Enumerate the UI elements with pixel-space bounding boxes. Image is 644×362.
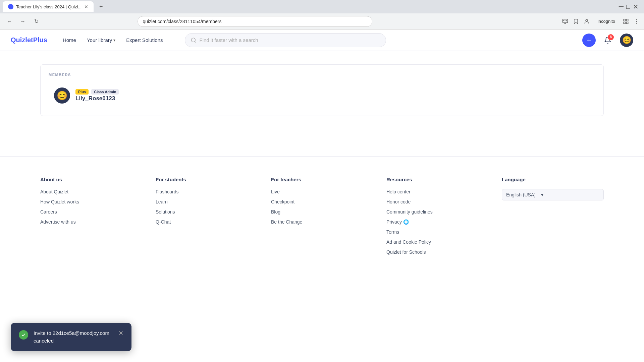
forward-button[interactable]: →: [17, 16, 28, 27]
footer-link-community-guidelines[interactable]: Community guidelines: [386, 209, 488, 215]
svg-point-6: [636, 19, 637, 20]
footer-link-learn[interactable]: Learn: [156, 199, 258, 204]
footer-for-students: For students Flashcards Learn Solutions …: [156, 177, 258, 259]
footer-link-ad-cookie-policy[interactable]: Ad and Cookie Policy: [386, 239, 488, 245]
footer-grid: About us About Quizlet How Quizlet works…: [40, 177, 604, 259]
footer-about-us-title: About us: [40, 177, 142, 182]
address-bar[interactable]: quizlet.com/class/28111054/members: [138, 16, 372, 27]
close-window-button[interactable]: ✕: [633, 3, 639, 11]
nav-links: Home Your library ▾ Expert Solutions: [58, 35, 168, 46]
search-icon: [191, 37, 197, 43]
footer-link-privacy[interactable]: Privacy 🌐: [386, 219, 488, 225]
maximize-button[interactable]: □: [626, 3, 630, 11]
member-badges: Plus Class Admin: [75, 89, 119, 95]
member-name: Lily_Rose0123: [75, 95, 119, 102]
footer-link-advertise[interactable]: Advertise with us: [40, 219, 142, 225]
bookmark-icon[interactable]: [573, 18, 579, 25]
avatar[interactable]: 😊: [620, 34, 633, 47]
footer-link-terms[interactable]: Terms: [386, 229, 488, 235]
avatar-icon: 😊: [57, 90, 67, 101]
profile-icon[interactable]: [583, 18, 590, 25]
svg-point-1: [586, 19, 588, 21]
admin-badge: Class Admin: [91, 89, 119, 95]
nav-home[interactable]: Home: [58, 35, 81, 46]
footer-link-blog[interactable]: Blog: [271, 209, 373, 215]
language-select[interactable]: English (USA) ▾: [502, 189, 604, 200]
footer-link-quizlet-for-schools[interactable]: Quizlet for Schools: [386, 249, 488, 255]
chevron-down-icon: ▾: [541, 192, 543, 197]
footer-link-careers[interactable]: Careers: [40, 209, 142, 215]
logo[interactable]: QuizletPlus: [11, 36, 47, 44]
app-header: QuizletPlus Home Your library ▾ Expert S…: [0, 29, 644, 51]
footer-link-flashcards[interactable]: Flashcards: [156, 189, 258, 194]
svg-rect-4: [624, 22, 625, 23]
privacy-icon: 🌐: [403, 219, 409, 225]
footer-link-help-center[interactable]: Help center: [386, 189, 488, 194]
notifications-button[interactable]: 8: [601, 34, 614, 47]
footer-for-students-title: For students: [156, 177, 258, 182]
incognito-label[interactable]: Incognito: [594, 17, 619, 25]
header-actions: + 8 😊: [582, 34, 633, 47]
minimize-button[interactable]: ─: [619, 3, 624, 11]
table-row: 😊 Plus Class Admin Lily_Rose0123: [49, 83, 595, 108]
svg-point-8: [636, 23, 637, 23]
member-info: Plus Class Admin Lily_Rose0123: [75, 89, 119, 102]
avatar-icon: 😊: [622, 37, 631, 44]
footer: About us About Quizlet How Quizlet works…: [0, 156, 644, 286]
footer-resources-title: Resources: [386, 177, 488, 182]
nav-expert-solutions[interactable]: Expert Solutions: [121, 35, 167, 46]
toast-notification: Invite to 22d1ce5a@moodjoy.com canceled …: [11, 323, 131, 351]
toast-message: Invite to 22d1ce5a@moodjoy.com canceled: [34, 329, 113, 345]
svg-rect-3: [626, 19, 628, 21]
extensions-icon[interactable]: [623, 18, 629, 25]
chevron-down-icon: ▾: [113, 38, 115, 43]
footer-link-be-the-change[interactable]: Be the Change: [271, 219, 373, 225]
toast-close-button[interactable]: ✕: [118, 329, 123, 337]
footer-language: Language English (USA) ▾: [502, 177, 604, 259]
new-tab-button[interactable]: +: [96, 2, 106, 11]
tab-favicon: [8, 4, 13, 9]
notification-badge: 8: [608, 34, 614, 40]
footer-link-checkpoint[interactable]: Checkpoint: [271, 199, 373, 204]
browser-tab[interactable]: Teacher Lily's class 2024 | Quizl... ✕: [3, 1, 94, 12]
footer-link-solutions[interactable]: Solutions: [156, 209, 258, 215]
svg-point-9: [192, 38, 196, 42]
add-button[interactable]: +: [582, 34, 596, 47]
menu-icon[interactable]: [633, 18, 640, 25]
footer-language-title: Language: [502, 177, 604, 182]
language-value: English (USA): [506, 192, 536, 197]
reload-button[interactable]: ↻: [31, 16, 42, 27]
members-section: MEMBERS 😊 Plus Class Admin Lily_Rose0123: [40, 64, 604, 116]
footer-about-us: About us About Quizlet How Quizlet works…: [40, 177, 142, 259]
close-tab-button[interactable]: ✕: [84, 4, 88, 9]
plus-badge: Plus: [75, 89, 89, 95]
footer-link-about-quizlet[interactable]: About Quizlet: [40, 189, 142, 194]
footer-link-how-quizlet-works[interactable]: How Quizlet works: [40, 199, 142, 204]
svg-rect-2: [624, 19, 625, 21]
footer-for-teachers: For teachers Live Checkpoint Blog Be the…: [271, 177, 373, 259]
footer-resources: Resources Help center Honor code Communi…: [386, 177, 488, 259]
search-placeholder: Find it faster with a search: [199, 37, 258, 43]
footer-link-live[interactable]: Live: [271, 189, 373, 194]
cast-icon[interactable]: [562, 18, 569, 25]
back-button[interactable]: ←: [4, 16, 15, 27]
nav-your-library[interactable]: Your library ▾: [82, 35, 120, 46]
toast-check-icon: [19, 330, 28, 340]
tab-title: Teacher Lily's class 2024 | Quizl...: [16, 4, 82, 9]
footer-for-teachers-title: For teachers: [271, 177, 373, 182]
footer-link-honor-code[interactable]: Honor code: [386, 199, 488, 204]
avatar: 😊: [54, 87, 70, 104]
members-label: MEMBERS: [49, 73, 595, 77]
address-text: quizlet.com/class/28111054/members: [143, 19, 221, 24]
main-content: MEMBERS 😊 Plus Class Admin Lily_Rose0123: [0, 51, 644, 129]
search-bar[interactable]: Find it faster with a search: [185, 33, 386, 47]
footer-link-qchat[interactable]: Q-Chat: [156, 219, 258, 225]
svg-point-7: [636, 21, 637, 22]
svg-rect-5: [626, 22, 628, 23]
